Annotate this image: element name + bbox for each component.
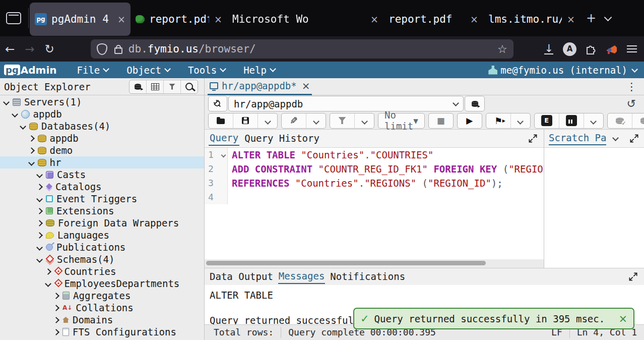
tree-item-schemas-4-[interactable]: Schemas(4) [0,253,204,265]
collapse-chevron-icon[interactable] [45,280,51,287]
tree-item-domains[interactable]: Domains [0,314,204,326]
view-data-button[interactable] [146,80,163,93]
browser-tab[interactable]: lms.itmo.ru/× [483,3,580,36]
tree-item-aggregates[interactable]: Aggregates [0,290,204,302]
sql-editor[interactable]: 1ALTER TABLE "Countries"."COUNTRIES"2ADD… [205,148,544,259]
code-text[interactable]: ALTER TABLE "Countries"."COUNTRIES" [228,148,433,162]
expand-chevron-icon[interactable] [53,317,59,323]
tree-item-casts[interactable]: Casts [0,168,204,181]
browser-tab[interactable]: Microsoft Wo× [227,3,383,36]
expand-chevron-icon[interactable] [53,329,59,335]
forward-button[interactable]: → [25,42,34,55]
bookmark-star-icon[interactable]: ☆ [497,43,507,55]
menu-help[interactable]: Help [243,65,275,76]
collapse-chevron-icon[interactable] [20,123,26,130]
tree-item-collations[interactable]: A↓Collations [0,302,204,314]
new-connection-button[interactable] [465,96,485,111]
expand-chevron-icon[interactable] [36,220,43,226]
collapse-chevron-icon[interactable] [36,256,43,263]
tree-item-hr[interactable]: hr [0,156,204,168]
tab-close-icon[interactable]: × [567,14,575,25]
tree-item-catalogs[interactable]: Catalogs [0,181,204,193]
search-objects-button[interactable] [180,80,198,93]
save-menu-button[interactable] [257,114,277,128]
tab-close-icon[interactable]: × [370,14,378,25]
open-file-button[interactable] [209,114,233,128]
user-menu[interactable]: me@fymio.us (internal) [488,65,637,76]
commit-button[interactable]: ✓ [608,114,632,128]
megaphone-extension-icon[interactable] [605,42,618,55]
shield-icon[interactable] [97,43,107,55]
scratch-chevron-icon[interactable] [613,135,619,141]
expand-chevron-icon[interactable] [36,232,43,239]
browser-tab[interactable]: pgpgAdmin 4× [30,3,131,36]
cancel-query-button[interactable]: ■ [429,114,453,128]
reset-layout-icon[interactable]: ↺ [627,97,636,110]
back-button[interactable]: ← [5,42,15,55]
scratch-pad-body[interactable] [544,148,644,267]
panel-kebab-menu-icon[interactable]: ⋮ [626,81,637,93]
reload-button[interactable]: ↻ [45,42,54,55]
expand-chevron-icon[interactable] [53,293,59,299]
expand-scratch-icon[interactable] [629,134,639,143]
new-tab-button[interactable]: + [586,11,596,25]
expand-output-icon[interactable] [628,272,638,281]
toast-close-icon[interactable]: × [618,313,627,325]
expand-chevron-icon[interactable] [28,147,35,154]
expand-chevron-icon[interactable] [53,305,59,311]
tab-data-output[interactable]: Data Output [209,270,274,284]
lock-icon[interactable] [114,47,122,54]
tab-close-icon[interactable]: × [117,14,125,25]
tree-item-appdb[interactable]: appdb [0,108,204,120]
tab-query[interactable]: Query [209,131,239,146]
editor-hscroll-thumb[interactable] [206,261,486,265]
query-tool-button[interactable] [130,80,146,93]
collapse-chevron-icon[interactable] [3,99,10,105]
tree-item-extensions[interactable]: Extensions [0,205,204,217]
explain-button[interactable]: E [535,114,559,128]
menu-tools[interactable]: Tools [188,65,225,76]
edit-menu-button[interactable] [306,114,326,128]
code-text[interactable]: REFERENCES "Countries"."REGIONS" ("REGIO… [228,176,503,190]
expand-chevron-icon[interactable] [45,268,51,275]
expand-editor-icon[interactable] [528,134,538,143]
tree-item-languages[interactable]: Languages [0,229,204,241]
extensions-puzzle-icon[interactable] [585,43,597,55]
tree-item-foreign-data-wrappers[interactable]: Foreign Data Wrappers [0,217,204,229]
limit-select[interactable]: No limit ▾ [378,113,425,129]
tree-item-countries[interactable]: Countries [0,265,204,277]
url-bar[interactable]: db.fymio.us/browser/ ☆ [91,39,513,59]
execute-options-menu-button[interactable] [510,114,530,128]
edit-button[interactable]: ✎ [282,114,306,128]
save-file-button[interactable] [233,114,257,128]
collapse-chevron-icon[interactable] [12,111,18,118]
browser-tab[interactable]: report.pdf× [383,3,483,36]
collapse-chevron-icon[interactable] [36,196,43,202]
execute-button[interactable]: ▶ [458,114,482,128]
tree-item-demo[interactable]: demo [0,144,204,156]
filter-menu-button[interactable] [354,114,374,128]
close-tab-icon[interactable]: × [302,80,310,92]
scratch-pad-tab[interactable]: Scratch Pa [549,132,606,145]
connection-select[interactable]: hr/app@appdb [228,96,464,111]
rollback-button[interactable]: ↺ [632,114,644,128]
tree-item-event-triggers[interactable]: Event Triggers [0,193,204,205]
tree-item-fts-configurations[interactable]: FTS Configurations [0,326,204,338]
code-text[interactable] [228,190,232,204]
expand-chevron-icon[interactable] [28,135,35,142]
tree-item-appdb[interactable]: appdb [0,132,204,144]
tab-notifications[interactable]: Notifications [330,270,406,284]
menu-object[interactable]: Object [126,65,170,76]
tab-close-icon[interactable]: × [214,14,222,25]
expand-chevron-icon[interactable] [36,208,43,214]
collapse-chevron-icon[interactable] [36,172,43,178]
downloads-icon[interactable]: ↓ [544,43,553,54]
tree-item-publications[interactable]: Publications [0,241,204,253]
tree-item-servers-1-[interactable]: Servers(1) [0,96,204,108]
collapse-chevron-icon[interactable] [36,244,43,251]
tab-messages[interactable]: Messages [278,269,326,284]
browser-tab[interactable]: report.pdf× [131,3,227,36]
execute-options-button[interactable]: ⚑ [486,114,510,128]
expand-chevron-icon[interactable] [36,184,43,190]
firefox-view-icon[interactable] [6,12,21,24]
